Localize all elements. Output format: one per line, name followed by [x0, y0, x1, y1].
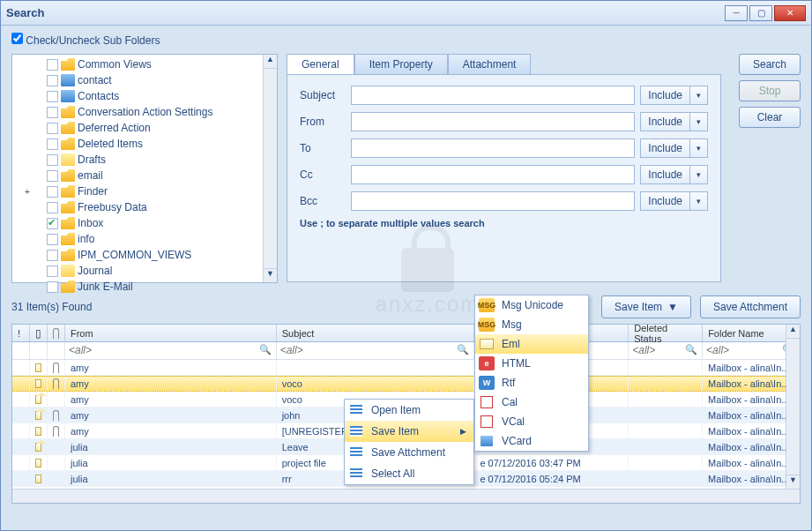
cell-from: amy — [65, 423, 277, 438]
checkbox[interactable] — [47, 202, 58, 213]
minimize-button[interactable]: ─ — [725, 5, 748, 21]
tree-item[interactable]: Deleted Items — [12, 136, 277, 152]
tree-item[interactable]: +Finder — [12, 183, 277, 199]
tree-item[interactable]: Junk E-Mail — [12, 279, 277, 295]
dropdown-icon[interactable]: ▾ — [690, 138, 708, 158]
table-row[interactable]: amyMMailbox - alina\In... — [12, 360, 800, 376]
grid-hscrollbar[interactable] — [12, 489, 800, 503]
col-icon[interactable]: ▯ — [30, 325, 48, 341]
tree-item[interactable]: Freebusy Data — [12, 199, 277, 215]
scroll-up-icon[interactable]: ▲ — [264, 55, 277, 69]
close-button[interactable]: ✕ — [774, 5, 806, 21]
checkbox[interactable] — [47, 218, 58, 229]
submenu-item[interactable]: WRtf — [475, 373, 588, 393]
menu-item[interactable]: Open Item — [345, 400, 473, 421]
menu-item[interactable]: Select All — [345, 463, 473, 484]
include-cc-button[interactable]: Include — [640, 165, 690, 184]
col-attach[interactable] — [48, 325, 65, 341]
tree-item-label: IPM_COMMON_VIEWS — [78, 249, 191, 261]
tab-general[interactable]: General — [287, 54, 354, 74]
check-subfolders-checkbox[interactable]: Check/Uncheck Sub Folders — [11, 34, 160, 47]
scroll-down-icon[interactable]: ▼ — [264, 268, 277, 282]
dropdown-icon[interactable]: ▾ — [690, 191, 708, 211]
folder-icon — [61, 122, 75, 134]
tree-item[interactable]: Conversation Action Settings — [12, 104, 277, 120]
save-attachment-button[interactable]: Save Attchment — [700, 295, 801, 318]
submenu-item[interactable]: VCard — [475, 431, 588, 451]
submenu-item[interactable]: Eml — [475, 334, 588, 354]
scroll-up-icon[interactable]: ▲ — [786, 325, 800, 339]
menu-item[interactable]: Save Item▶ — [345, 421, 473, 442]
dropdown-icon[interactable]: ▾ — [690, 165, 708, 184]
save-item-dropdown[interactable]: Save Item▼ — [601, 295, 691, 318]
submenu-item[interactable]: VCal — [475, 412, 588, 431]
dropdown-icon[interactable]: ▾ — [690, 112, 708, 131]
tree-item[interactable]: Contacts — [12, 88, 277, 104]
checkbox[interactable] — [47, 59, 58, 71]
tree-item-label: Contacts — [78, 90, 119, 102]
checkbox[interactable] — [47, 138, 58, 150]
maximize-button[interactable]: ▢ — [749, 5, 772, 21]
tree-item[interactable]: Deferred Action — [12, 120, 277, 136]
clear-button[interactable]: Clear — [739, 107, 801, 128]
checkbox[interactable] — [47, 250, 58, 261]
dropdown-icon[interactable]: ▾ — [690, 86, 708, 105]
expander-icon[interactable]: + — [23, 187, 32, 197]
filter-subject-input[interactable] — [280, 342, 471, 358]
cell-date: e 07/12/2016 03:47 PM — [474, 455, 629, 470]
tab-attachment[interactable]: Attachment — [448, 54, 532, 74]
include-subject-button[interactable]: Include — [640, 86, 690, 105]
checkbox[interactable] — [47, 91, 58, 102]
tree-scrollbar[interactable]: ▲ ▼ — [263, 55, 277, 282]
to-input[interactable] — [351, 138, 635, 158]
col-flag[interactable]: ! — [12, 325, 30, 341]
submenu-item[interactable]: Cal — [475, 393, 588, 412]
checkbox[interactable] — [47, 186, 58, 198]
tree-item[interactable]: info — [12, 231, 277, 247]
grid-vscrollbar[interactable]: ▲ ▼ — [786, 325, 800, 489]
search-icon[interactable]: 🔍 — [259, 344, 272, 355]
from-input[interactable] — [351, 112, 635, 131]
tab-item-property[interactable]: Item Property — [354, 54, 448, 74]
submenu-item[interactable]: eHTML — [475, 354, 588, 373]
checkbox[interactable] — [47, 170, 58, 182]
folder-icon — [61, 106, 75, 118]
tree-item[interactable]: Drafts — [12, 152, 277, 168]
tree-item[interactable]: Common Views — [12, 56, 277, 72]
tree-item[interactable]: contact — [12, 72, 277, 88]
folder-tree[interactable]: Common ViewscontactContactsConversation … — [11, 54, 278, 283]
menu-item[interactable]: Save Attchment — [345, 442, 473, 463]
checkbox[interactable] — [47, 266, 58, 277]
search-button[interactable]: Search — [739, 54, 801, 75]
filter-from-input[interactable] — [69, 342, 272, 358]
include-from-button[interactable]: Include — [640, 112, 690, 131]
envelope-icon — [35, 475, 41, 483]
tree-item-label: Journal — [78, 265, 112, 277]
checkbox[interactable] — [47, 154, 58, 166]
include-bcc-button[interactable]: Include — [640, 191, 690, 211]
checkbox[interactable] — [47, 107, 58, 118]
checkbox[interactable] — [47, 281, 58, 293]
envelope-icon — [35, 411, 41, 420]
checkbox[interactable] — [47, 234, 58, 245]
checkbox[interactable] — [47, 75, 58, 86]
bcc-input[interactable] — [351, 191, 635, 211]
submenu-item[interactable]: MSGMsg — [475, 315, 588, 334]
col-from[interactable]: From — [65, 325, 277, 341]
search-icon[interactable]: 🔍 — [685, 344, 697, 355]
table-row[interactable]: amyvocoMailbox - alina\In... — [12, 376, 800, 392]
tree-item[interactable]: IPM_COMMON_VIEWS — [12, 247, 277, 263]
submenu-item[interactable]: MSGMsg Unicode — [475, 295, 588, 315]
stop-button[interactable]: Stop — [739, 80, 801, 101]
search-icon[interactable]: 🔍 — [457, 344, 469, 355]
cc-input[interactable] — [351, 165, 635, 184]
tree-item[interactable]: Journal — [12, 263, 277, 279]
col-deleted[interactable]: Deleted Status — [629, 325, 703, 341]
tree-item[interactable]: Inbox — [12, 215, 277, 231]
scroll-down-icon[interactable]: ▼ — [786, 475, 800, 489]
col-subject[interactable]: Subject — [277, 325, 475, 341]
include-to-button[interactable]: Include — [640, 138, 690, 158]
tree-item[interactable]: email — [12, 168, 277, 183]
subject-input[interactable] — [351, 86, 635, 105]
checkbox[interactable] — [47, 123, 58, 134]
